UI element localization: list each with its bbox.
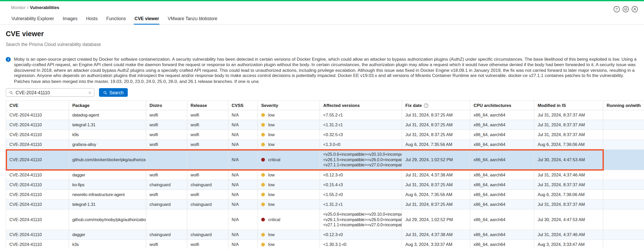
- cell-release: wolfi: [187, 190, 228, 200]
- clear-search-icon[interactable]: ×: [88, 90, 91, 95]
- tab-functions[interactable]: Functions: [106, 13, 126, 25]
- header-actions: ?: [614, 6, 638, 12]
- cell-package: dagger: [69, 170, 146, 180]
- user-icon[interactable]: [632, 6, 638, 12]
- column-header-label: Affected versions: [323, 103, 360, 108]
- cve-id: CVE-2024-41110: [10, 182, 42, 187]
- cell-cpu-architectures: x86_64, aarch64: [470, 150, 535, 170]
- cell-cvss: N/A: [228, 200, 258, 209]
- cell-package: k3s: [69, 240, 146, 249]
- affected-version-line: <1.31.2-r1: [323, 202, 343, 207]
- cell-running-on-with: [603, 209, 644, 230]
- cell-affected: <1.30.3.1-r0: [320, 240, 402, 249]
- modified-in-is-value: Jul 31, 2024, 8:37:37 AM: [538, 202, 585, 207]
- severity-label: critical: [268, 158, 280, 162]
- table-row[interactable]: CVE-2024-41110 k9s wolfi wolfi N/A low <…: [6, 130, 644, 140]
- distro-value: chainguard: [150, 232, 171, 237]
- cell-fix-date: Jul 31, 2024, 4:37:38 AM: [402, 230, 470, 240]
- severity-label: low: [268, 182, 275, 187]
- table-row[interactable]: CVE-2024-41110 dagger wolfi wolfi N/A lo…: [6, 170, 644, 180]
- tab-hosts[interactable]: Hosts: [86, 13, 98, 25]
- cell-cvss: N/A: [228, 170, 258, 180]
- app-root: Monitor / Vulnerabilities ? Vulnerabilit…: [0, 0, 644, 249]
- notifications-bell-icon[interactable]: [623, 6, 629, 12]
- cell-release: wolfi: [187, 140, 228, 150]
- severity-dot: [261, 183, 265, 186]
- affected-version-line: <v27.1.1+incompatible>=v27.0.0+incompati…: [323, 162, 402, 168]
- modified-in-is-value: Jul 30, 2024, 4:47:53 AM: [538, 158, 585, 162]
- tab-vmware-tanzu-blobstore[interactable]: VMware Tanzu blobstore: [167, 13, 218, 25]
- column-header-label: CPU architectures: [473, 103, 511, 108]
- fix-date-value: Jul 31, 2024, 8:37:25 AM: [405, 182, 453, 187]
- severity-dot: [261, 193, 265, 196]
- tab-images[interactable]: Images: [62, 13, 78, 25]
- severity-label: low: [268, 202, 275, 207]
- cell-cpu-architectures: x86_64, aarch64: [470, 190, 535, 200]
- package-name: dagger: [72, 232, 85, 237]
- affected-version-line: <v27.1.1+incompatible>=v27.0.0+incompati…: [323, 222, 402, 228]
- cell-modified-in-is: Jul 30, 2024, 4:47:53 AM: [534, 209, 603, 230]
- cell-fix-date: Jul 31, 2024, 8:37:25 AM: [402, 180, 470, 190]
- release-value: chainguard: [191, 182, 212, 187]
- fix-date-value: Jul 31, 2024, 4:37:38 AM: [405, 173, 453, 177]
- cell-severity: low: [258, 140, 320, 150]
- cvss-value: N/A: [232, 158, 239, 162]
- search-button-label: Search: [109, 90, 123, 95]
- cell-affected: <v25.0.6+incompatible>=v20.10.0+incompat…: [320, 150, 402, 170]
- breadcrumb-monitor[interactable]: Monitor: [11, 5, 26, 10]
- fix-date-help-icon[interactable]: ?: [424, 103, 428, 107]
- modified-in-is-value: Jul 31, 2024, 8:37:37 AM: [538, 123, 585, 127]
- fix-date-value: Jul 31, 2024, 4:37:38 AM: [405, 232, 453, 237]
- table-row[interactable]: CVE-2024-41110 telegraf-1.31 wolfi wolfi…: [6, 120, 644, 130]
- table-row[interactable]: CVE-2024-41110 grafana-alloy wolfi wolfi…: [6, 140, 644, 150]
- cvss-value: N/A: [232, 232, 239, 237]
- cell-distro: [146, 209, 187, 230]
- cve-search-input[interactable]: [16, 90, 86, 95]
- cvss-value: N/A: [232, 182, 239, 187]
- cvss-value: N/A: [232, 123, 239, 127]
- tab-cve-viewer[interactable]: CVE viewer: [134, 13, 159, 25]
- cell-running-on-with: [603, 190, 644, 200]
- tab-vulnerability-explorer[interactable]: Vulnerability Explorer: [11, 13, 55, 25]
- search-box[interactable]: ×: [6, 88, 94, 97]
- cell-cpu-architectures: x86_64, aarch64: [470, 140, 535, 150]
- table-row[interactable]: CVE-2024-41110 dagger chainguard chaingu…: [6, 230, 644, 240]
- cell-distro: wolfi: [146, 190, 187, 200]
- cell-severity: critical: [258, 150, 320, 170]
- cell-release: wolfi: [187, 240, 228, 249]
- table-row[interactable]: CVE-2024-41110 ko-fips chainguard chaing…: [6, 180, 644, 190]
- main-content: CVE viewer Search the Prisma Cloud vulne…: [0, 30, 644, 97]
- package-name: ko-fips: [72, 182, 84, 187]
- severity-label: low: [268, 142, 275, 147]
- cvss-value: N/A: [232, 173, 239, 177]
- release-value: wolfi: [191, 113, 199, 117]
- cell-severity: low: [258, 110, 320, 120]
- cell-affected: <0.15.4-r3: [320, 180, 402, 190]
- cell-distro: wolfi: [146, 110, 187, 120]
- table-row[interactable]: CVE-2024-41110 github.com/docker/docker/…: [6, 150, 644, 170]
- cell-cvss: N/A: [228, 240, 258, 249]
- cell-cvss: N/A: [228, 130, 258, 140]
- table-row[interactable]: CVE-2024-41110 k3s wolfi wolfi N/A low <…: [6, 240, 644, 249]
- help-icon[interactable]: ?: [614, 6, 620, 12]
- cell-severity: low: [258, 180, 320, 190]
- table-row[interactable]: CVE-2024-41110 github.com/moby/moby/pkg/…: [6, 209, 644, 230]
- cell-cvss: N/A: [228, 140, 258, 150]
- table-row[interactable]: CVE-2024-41110 newrelic-infrastructure-a…: [6, 190, 644, 200]
- cell-cve: CVE-2024-41110: [6, 140, 69, 150]
- cell-package: grafana-alloy: [69, 140, 146, 150]
- search-button[interactable]: Search: [99, 88, 128, 97]
- column-header-label: Distro: [150, 103, 162, 108]
- cell-release: wolfi: [187, 120, 228, 130]
- column-header-cpu: CPU architectures: [470, 101, 535, 111]
- cell-severity: low: [258, 190, 320, 200]
- table-row[interactable]: CVE-2024-41110 datadog-agent wolfi wolfi…: [6, 110, 644, 120]
- cell-affected: <1.31.2-r1: [320, 120, 402, 130]
- cell-cve: CVE-2024-41110: [6, 190, 69, 200]
- cell-running-on-with: [603, 130, 644, 140]
- cell-running-on-with: [603, 120, 644, 130]
- distro-value: wolfi: [150, 113, 158, 117]
- cell-cve: CVE-2024-41110: [6, 170, 69, 180]
- cell-running-on-with: [603, 200, 644, 209]
- table-row[interactable]: CVE-2024-41110 telegraf-1.31 chainguard …: [6, 200, 644, 209]
